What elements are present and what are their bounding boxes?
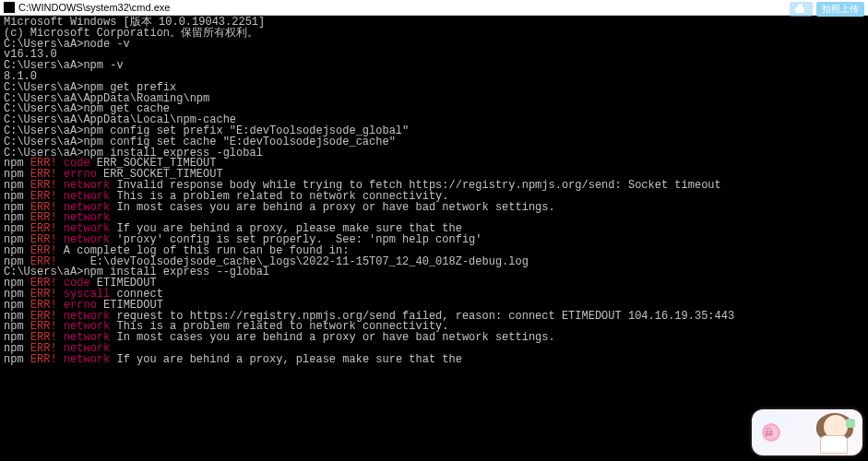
line: C:\Users\aA>npm -v <box>4 61 864 72</box>
err-line: npm ERR! network If you are behind a pro… <box>4 355 864 366</box>
overlay-badges: 拍照上传 <box>790 2 864 17</box>
anime-character <box>809 413 857 454</box>
terminal-output[interactable]: Microsoft Windows [版本 10.0.19043.2251] (… <box>0 16 868 461</box>
window-titlebar: C:\WINDOWS\system32\cmd.exe 拍照上传 <box>0 0 868 16</box>
flower-icon <box>761 422 781 443</box>
cloud-icon <box>795 6 804 13</box>
upload-badge-label: 拍照上传 <box>822 3 859 16</box>
cmd-icon <box>4 2 15 13</box>
line: v16.13.0 <box>4 50 864 61</box>
mascot-overlay[interactable] <box>752 409 862 455</box>
err-line: npm ERR! network In most cases you are b… <box>4 203 864 214</box>
line: C:\Users\aA>node -v <box>4 40 864 51</box>
cloud-badge[interactable] <box>790 2 813 17</box>
line: (c) Microsoft Corporation。保留所有权利。 <box>4 29 864 40</box>
window-title: C:\WINDOWS\system32\cmd.exe <box>18 2 170 13</box>
upload-badge[interactable]: 拍照上传 <box>816 2 864 17</box>
err-line: npm ERR! network In most cases you are b… <box>4 333 864 344</box>
